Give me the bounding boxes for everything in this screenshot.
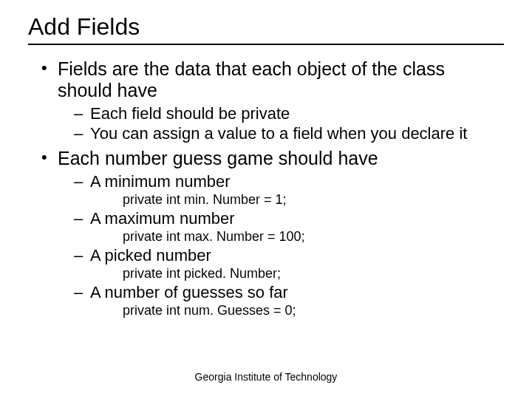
code-line: private int max. Number = 100; xyxy=(74,229,504,245)
bullet-list-level2: A minimum number private int min. Number… xyxy=(58,172,504,319)
slide-title: Add Fields xyxy=(28,13,504,45)
sub-bullet-item: A maximum number xyxy=(74,209,504,228)
bullet-item: Each number guess game should have A min… xyxy=(41,148,504,319)
sub-bullet-item: A picked number xyxy=(74,246,504,265)
bullet-list-level2: Each field should be private You can ass… xyxy=(58,104,504,144)
sub-bullet-item: A number of guesses so far xyxy=(74,283,504,302)
sub-bullet-item: Each field should be private xyxy=(74,104,504,123)
code-line: private int min. Number = 1; xyxy=(74,192,504,208)
sub-bullet-item: A minimum number xyxy=(74,172,504,191)
bullet-text: Fields are the data that each object of … xyxy=(58,58,445,100)
bullet-item: Fields are the data that each object of … xyxy=(41,58,504,143)
sub-bullet-item: You can assign a value to a field when y… xyxy=(74,124,504,143)
code-line: private int num. Guesses = 0; xyxy=(74,303,504,319)
bullet-list-level1: Fields are the data that each object of … xyxy=(28,58,504,319)
footer-text: Georgia Institute of Technology xyxy=(0,371,532,383)
bullet-text: Each number guess game should have xyxy=(58,148,378,168)
code-line: private int picked. Number; xyxy=(74,266,504,282)
